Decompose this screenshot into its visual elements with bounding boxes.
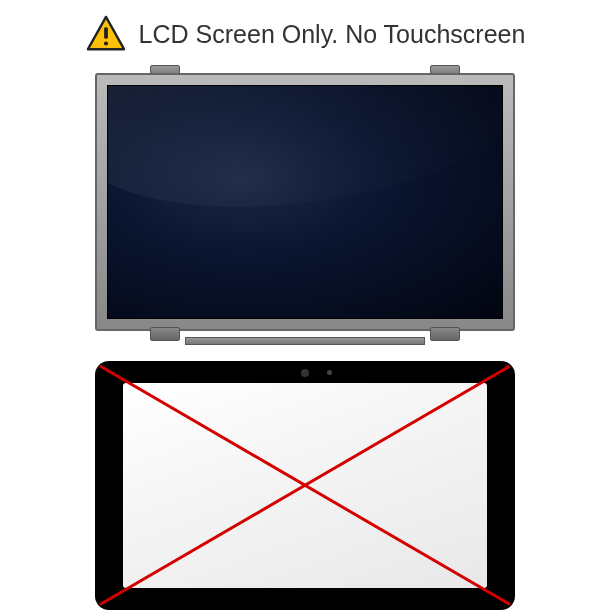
header: LCD Screen Only. No Touchscreen: [85, 15, 526, 53]
sensor-icon: [327, 370, 332, 375]
lcd-bezel: [95, 73, 515, 331]
header-text: LCD Screen Only. No Touchscreen: [139, 20, 526, 49]
warning-triangle-icon: [85, 15, 127, 53]
lcd-connector-strip: [185, 337, 425, 345]
lcd-mount-tab: [150, 327, 180, 341]
svg-rect-0: [104, 27, 108, 38]
camera-icon: [301, 369, 309, 377]
lcd-gloss-reflection: [107, 85, 503, 234]
touchscreen-illustration: [95, 361, 515, 610]
svg-point-1: [104, 41, 108, 45]
lcd-display-surface: [107, 85, 503, 319]
lcd-screen-illustration: [95, 73, 515, 331]
lcd-mount-tab: [430, 327, 460, 341]
touchscreen-bezel: [95, 361, 515, 610]
touchscreen-glass: [123, 383, 487, 588]
